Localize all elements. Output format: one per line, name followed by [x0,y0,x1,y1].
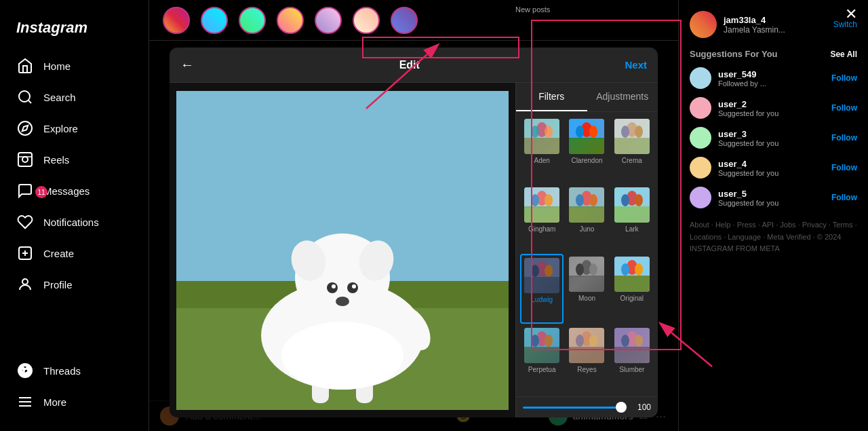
story-item-2[interactable] [201,7,228,34]
sidebar-item-home[interactable]: Home [8,50,140,81]
svg-point-64 [531,194,539,206]
filter-aden[interactable]: Aden [520,116,564,183]
suggestion-row-5: user_5 Suggested for you Follow [690,187,857,208]
filter-juno[interactable]: Juno [565,185,608,252]
follow-button-5[interactable]: Follow [831,193,857,202]
suggestion-row-1: user_549 Followed by ... Follow [690,67,857,89]
sidebar-item-create[interactable]: Create [8,238,140,269]
story-avatar-4 [277,7,304,34]
messages-badge: 11 [35,186,47,198]
filter-slider-row: 100 [516,396,658,417]
story-item-6[interactable] [353,7,380,34]
story-item-3[interactable] [239,7,266,34]
filters-tabs: Filters Adjustments [516,83,658,112]
filter-perpetua[interactable]: Perpetua [520,325,564,392]
edit-next-button[interactable]: Next [625,59,647,71]
suggestion-avatar-2 [690,97,711,119]
follow-button-1[interactable]: Follow [831,73,857,83]
svg-point-89 [621,263,629,276]
story-avatar-1 [163,7,190,34]
suggestion-info-3: user_3 Suggested for you [718,129,825,147]
sidebar-item-search[interactable]: Search [8,81,140,113]
filter-thumb-crema [614,119,650,154]
story-avatar-2 [201,7,228,34]
sidebar-item-more[interactable]: More [8,386,140,417]
edit-back-button[interactable]: ← [180,57,194,73]
filter-thumb-original [614,257,650,292]
see-all-button[interactable]: See All [830,50,857,59]
filter-ludwig[interactable]: Ludwig [520,254,564,324]
follow-button-2[interactable]: Follow [831,103,857,113]
filter-gingham[interactable]: Gingham [520,185,564,252]
svg-rect-77 [524,277,559,293]
svg-rect-4 [18,153,32,166]
sidebar-item-explore[interactable]: Explore [8,113,140,144]
svg-point-60 [635,126,643,138]
close-button[interactable]: ✕ [845,5,857,23]
filter-label-gingham: Gingham [528,225,556,233]
svg-point-85 [589,263,597,276]
sidebar-label-more: More [43,396,66,408]
filter-thumb-moon [569,257,604,292]
story-item-5[interactable] [315,7,342,34]
current-user-avatar [690,11,717,38]
suggestion-info-5: user_5 Suggested for you [718,189,825,207]
suggestion-username-5: user_5 [718,189,825,199]
main-content: New posts [149,0,678,431]
current-user-info: jam33la_4 Jamela Yasmin... [724,15,785,35]
svg-point-99 [576,335,584,347]
sidebar-label-home: Home [43,60,71,72]
filter-crema[interactable]: Crema [610,116,654,183]
filter-slumber[interactable]: Slumber [610,325,654,392]
current-name: Jamela Yasmin... [724,25,785,35]
filter-label-clarendon: Clarendon [571,157,602,164]
svg-rect-47 [524,138,559,154]
story-item-4[interactable] [277,7,304,34]
filter-label-lark: Lark [625,225,638,233]
edit-body: Filters Adjustments [170,83,658,417]
sidebar-item-messages[interactable]: 11 Messages [8,175,140,206]
svg-rect-62 [524,206,559,223]
sidebar-item-profile[interactable]: Profile [8,269,140,300]
sidebar-label-threads: Threads [43,365,81,377]
right-panel: jam33la_4 Jamela Yasmin... Switch Sugges… [678,0,868,431]
filter-intensity-slider[interactable] [523,407,627,409]
explore-icon [16,119,34,137]
sidebar-item-threads[interactable]: Threads [8,355,140,386]
stories-bar: New posts [149,0,678,41]
sidebar-item-notifications[interactable]: Notifications [8,206,140,238]
story-item-7[interactable] [391,7,418,34]
filter-thumb-ludwig [524,258,559,293]
filter-label-reyes: Reyes [577,366,596,373]
tab-adjustments[interactable]: Adjustments [587,83,658,111]
svg-point-40 [352,284,356,288]
svg-point-10 [22,279,28,284]
filter-clarendon[interactable]: Clarendon [565,116,608,183]
svg-point-55 [589,126,597,138]
sidebar-item-reels[interactable]: Reels [8,144,140,175]
current-user-row: jam33la_4 Jamela Yasmin... Switch [690,11,857,38]
tab-filters[interactable]: Filters [516,83,587,111]
suggestion-avatar-1 [690,67,711,89]
edit-header: ← Edit Next [170,48,658,83]
filter-original[interactable]: Original [610,254,654,324]
filter-reyes[interactable]: Reyes [565,325,608,392]
svg-point-70 [589,194,597,206]
follow-button-3[interactable]: Follow [831,133,857,143]
filter-thumb-perpetua [524,328,559,363]
svg-point-69 [576,194,584,206]
filter-label-ludwig: Ludwig [531,296,553,303]
filters-panel: Filters Adjustments [515,83,658,417]
filter-lark[interactable]: Lark [610,185,654,252]
svg-point-54 [576,126,584,138]
suggestion-username-3: user_3 [718,129,825,139]
footer-links: About · Help · Press · API · Jobs · Priv… [690,219,857,255]
follow-button-4[interactable]: Follow [831,163,857,172]
svg-point-104 [621,335,629,347]
filter-moon[interactable]: Moon [565,254,608,324]
post-area: ← Edit Next [149,41,678,431]
svg-point-50 [545,126,553,138]
svg-point-79 [531,265,539,277]
story-item-1[interactable] [163,7,190,34]
sidebar-label-notifications: Notifications [43,217,99,228]
